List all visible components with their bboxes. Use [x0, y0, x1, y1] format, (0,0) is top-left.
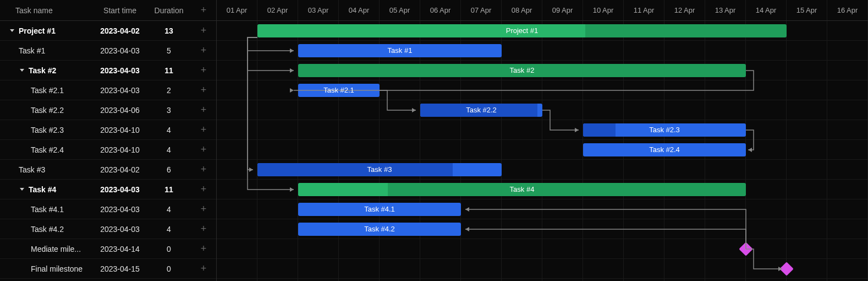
- caret-down-icon[interactable]: [20, 69, 24, 72]
- task-start-cell[interactable]: 2023-04-03: [94, 46, 146, 55]
- summary-bar[interactable]: Task #4: [298, 183, 746, 196]
- task-duration-cell[interactable]: 4: [146, 205, 191, 214]
- task-row[interactable]: Task #42023-04-0311+: [0, 180, 216, 199]
- task-duration-cell[interactable]: 4: [146, 145, 191, 154]
- day-column-header: 10 Apr: [583, 0, 624, 20]
- task-start-cell[interactable]: 2023-04-03: [94, 185, 146, 194]
- add-subtask-button[interactable]: +: [191, 25, 216, 36]
- task-name-label: Task #2.4: [31, 145, 64, 154]
- add-subtask-button[interactable]: +: [191, 64, 216, 76]
- task-duration-cell[interactable]: 0: [146, 245, 191, 253]
- bar-label: Task #3: [367, 165, 392, 174]
- task-start-cell[interactable]: 2023-04-03: [94, 225, 146, 234]
- task-duration-cell[interactable]: 13: [146, 26, 191, 35]
- task-name-label: Task #1: [19, 46, 45, 55]
- task-name-cell[interactable]: Task #2.1: [0, 86, 94, 95]
- task-duration-cell[interactable]: 11: [146, 185, 191, 194]
- task-bar[interactable]: Task #2.2: [420, 104, 542, 117]
- task-name-cell[interactable]: Task #2.4: [0, 145, 94, 154]
- task-row[interactable]: Task #22023-04-0311+: [0, 61, 216, 80]
- task-name-cell[interactable]: Mediate mile...: [0, 245, 94, 253]
- task-name-cell[interactable]: Task #4.2: [0, 225, 94, 234]
- task-bar[interactable]: Task #1: [298, 44, 502, 57]
- task-start-cell[interactable]: 2023-04-14: [94, 245, 146, 253]
- milestone-marker[interactable]: [739, 242, 752, 256]
- task-row[interactable]: Project #12023-04-0213+: [0, 21, 216, 41]
- task-name-label: Task #4: [29, 185, 56, 194]
- task-bar[interactable]: Task #3: [257, 163, 502, 176]
- add-subtask-button[interactable]: +: [191, 144, 216, 155]
- add-subtask-button[interactable]: +: [191, 243, 216, 255]
- add-subtask-button[interactable]: +: [191, 164, 216, 175]
- add-subtask-button[interactable]: +: [191, 104, 216, 116]
- add-column-button[interactable]: +: [191, 4, 216, 16]
- task-start-cell[interactable]: 2023-04-06: [94, 106, 146, 115]
- task-bar[interactable]: Task #2.1: [298, 84, 380, 97]
- task-duration-cell[interactable]: 11: [146, 66, 191, 75]
- task-start-cell[interactable]: 2023-04-03: [94, 66, 146, 75]
- task-name-cell[interactable]: Task #4: [0, 185, 94, 194]
- timeline-row: Task #2.2: [217, 100, 868, 120]
- task-name-cell[interactable]: Task #2.3: [0, 126, 94, 134]
- progress-fill: [298, 183, 388, 196]
- task-name-cell[interactable]: Task #4.1: [0, 205, 94, 214]
- header-name: Task name: [0, 6, 94, 15]
- task-name-cell[interactable]: Final milestone: [0, 264, 94, 273]
- task-name-label: Task #4.1: [31, 205, 64, 214]
- task-row[interactable]: Task #32023-04-026+: [0, 160, 216, 180]
- task-start-cell[interactable]: 2023-04-03: [94, 86, 146, 95]
- day-column-header: 06 Apr: [420, 0, 461, 20]
- task-row[interactable]: Task #4.22023-04-034+: [0, 219, 216, 239]
- task-start-cell[interactable]: 2023-04-15: [94, 264, 146, 273]
- task-row[interactable]: Task #2.42023-04-104+: [0, 140, 216, 160]
- add-subtask-button[interactable]: +: [191, 223, 216, 235]
- task-duration-cell[interactable]: 5: [146, 46, 191, 55]
- add-subtask-button[interactable]: +: [191, 183, 216, 195]
- task-bar[interactable]: Task #4.2: [298, 223, 461, 236]
- task-duration-cell[interactable]: 2: [146, 86, 191, 95]
- task-start-cell[interactable]: 2023-04-10: [94, 145, 146, 154]
- caret-down-icon[interactable]: [10, 29, 14, 32]
- task-row[interactable]: Task #12023-04-035+: [0, 41, 216, 61]
- timeline-body[interactable]: Project #1Task #1Task #2Task #2.1Task #2…: [217, 21, 868, 281]
- caret-down-icon[interactable]: [20, 188, 24, 191]
- task-duration-cell[interactable]: 3: [146, 106, 191, 115]
- task-row[interactable]: Task #4.12023-04-034+: [0, 199, 216, 219]
- task-row[interactable]: Task #2.32023-04-104+: [0, 120, 216, 140]
- task-duration-cell[interactable]: 0: [146, 264, 191, 273]
- task-name-cell[interactable]: Task #2.2: [0, 106, 94, 115]
- task-start-cell[interactable]: 2023-04-02: [94, 165, 146, 174]
- task-row[interactable]: Final milestone2023-04-150+: [0, 259, 216, 279]
- task-name-cell[interactable]: Task #3: [0, 165, 94, 174]
- day-column-header: 16 Apr: [827, 0, 868, 20]
- task-name-label: Task #4.2: [31, 225, 64, 234]
- bar-label: Task #2: [510, 66, 535, 74]
- add-subtask-button[interactable]: +: [191, 263, 216, 274]
- task-name-cell[interactable]: Task #1: [0, 46, 94, 55]
- task-row[interactable]: Mediate mile...2023-04-140+: [0, 239, 216, 259]
- day-column-header: 13 Apr: [705, 0, 746, 20]
- add-subtask-button[interactable]: +: [191, 124, 216, 136]
- task-bar[interactable]: Task #2.4: [583, 143, 746, 156]
- task-duration-cell[interactable]: 4: [146, 225, 191, 234]
- task-bar[interactable]: Task #2.3: [583, 123, 746, 137]
- add-subtask-button[interactable]: +: [191, 45, 216, 56]
- summary-bar[interactable]: Project #1: [257, 24, 787, 37]
- task-name-cell[interactable]: Task #2: [0, 66, 94, 75]
- task-name-label: Task #3: [19, 165, 45, 174]
- task-start-cell[interactable]: 2023-04-02: [94, 26, 146, 35]
- task-start-cell[interactable]: 2023-04-10: [94, 126, 146, 134]
- task-row[interactable]: Task #2.12023-04-032+: [0, 80, 216, 100]
- task-bar[interactable]: Task #4.1: [298, 203, 461, 216]
- milestone-marker[interactable]: [779, 262, 793, 275]
- add-subtask-button[interactable]: +: [191, 84, 216, 96]
- timeline-row: Task #1: [217, 41, 868, 61]
- task-duration-cell[interactable]: 4: [146, 126, 191, 134]
- task-row[interactable]: Task #2.22023-04-063+: [0, 100, 216, 120]
- task-name-cell[interactable]: Project #1: [0, 26, 94, 35]
- task-duration-cell[interactable]: 6: [146, 165, 191, 174]
- task-start-cell[interactable]: 2023-04-03: [94, 205, 146, 214]
- timeline-row: [217, 259, 868, 279]
- summary-bar[interactable]: Task #2: [298, 64, 746, 77]
- add-subtask-button[interactable]: +: [191, 203, 216, 215]
